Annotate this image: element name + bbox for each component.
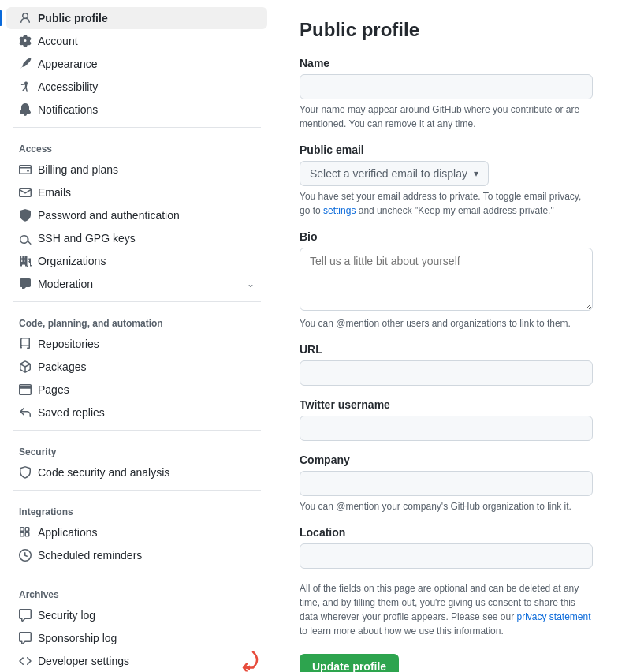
email-section: Public email Select a verified email to … — [300, 144, 593, 218]
package-icon — [19, 360, 32, 373]
update-profile-button[interactable]: Update profile — [300, 654, 399, 672]
sidebar-item-label: Packages — [38, 360, 86, 373]
sidebar-item-label: Notifications — [38, 103, 98, 116]
sidebar-item-label: Sponsorship log — [38, 632, 117, 644]
sidebar-item-label: Pages — [38, 383, 69, 396]
shield-icon — [19, 209, 32, 222]
sidebar-item-public-profile[interactable]: Public profile — [6, 7, 267, 29]
mail-icon — [19, 186, 32, 199]
sidebar-item-label: Repositories — [38, 338, 99, 350]
repo-icon — [19, 338, 32, 350]
sidebar-item-label: Account — [38, 35, 78, 47]
twitter-input[interactable] — [300, 416, 593, 441]
sidebar-item-packages[interactable]: Packages — [6, 356, 267, 378]
sidebar-item-accessibility[interactable]: Accessibility — [6, 76, 267, 98]
organization-icon — [19, 255, 32, 267]
sidebar-item-emails[interactable]: Emails — [6, 181, 267, 203]
location-label: Location — [300, 526, 593, 539]
sidebar-item-label: Organizations — [38, 255, 106, 267]
sidebar-item-saved-replies[interactable]: Saved replies — [6, 401, 267, 424]
privacy-statement-link[interactable]: privacy statement — [517, 611, 591, 622]
divider-5 — [13, 573, 261, 573]
bio-label: Bio — [300, 230, 593, 243]
twitter-label: Twitter username — [300, 398, 593, 411]
sidebar-item-label: Applications — [38, 526, 98, 539]
twitter-section: Twitter username — [300, 398, 593, 441]
accessibility-icon — [19, 80, 32, 93]
security-section-label: Security — [0, 437, 274, 461]
sidebar-item-security-log[interactable]: Security log — [6, 604, 267, 626]
name-section: Name Your name may appear around GitHub … — [300, 57, 593, 131]
divider-1 — [13, 127, 261, 128]
gear-icon — [19, 35, 32, 47]
sidebar-item-code-security[interactable]: Code security and analysis — [6, 461, 267, 483]
chevron-down-icon: ▾ — [474, 168, 478, 179]
sidebar-item-billing[interactable]: Billing and plans — [6, 159, 267, 181]
name-input[interactable] — [300, 74, 593, 99]
company-input[interactable] — [300, 471, 593, 496]
bio-section: Bio You can @mention other users and org… — [300, 230, 593, 330]
email-settings-link[interactable]: settings — [323, 205, 356, 216]
clock-icon — [19, 549, 32, 562]
name-label: Name — [300, 57, 593, 69]
sidebar-item-label: Scheduled reminders — [38, 549, 142, 562]
sidebar-item-label: Billing and plans — [38, 163, 118, 176]
sidebar-item-repositories[interactable]: Repositories — [6, 333, 267, 355]
company-help: You can @mention your company's GitHub o… — [300, 499, 593, 513]
sidebar-item-notifications[interactable]: Notifications — [6, 99, 267, 121]
sidebar-item-label: Emails — [38, 186, 71, 199]
email-select-text: Select a verified email to display — [310, 167, 467, 180]
url-section: URL — [300, 343, 593, 386]
log-icon — [19, 609, 32, 622]
url-input[interactable] — [300, 360, 593, 386]
sidebar-item-moderation[interactable]: Moderation ⌄ — [6, 273, 267, 295]
location-input[interactable] — [300, 543, 593, 569]
sidebar-item-organizations[interactable]: Organizations — [6, 250, 267, 272]
paintbrush-icon — [19, 58, 32, 70]
main-content: Public profile Name Your name may appear… — [274, 0, 618, 672]
sidebar-item-label: Public profile — [38, 12, 108, 24]
archives-section-label: Archives — [0, 580, 274, 603]
code-section-label: Code, planning, and automation — [0, 308, 274, 332]
comment-icon — [19, 278, 32, 290]
divider-4 — [13, 490, 261, 491]
sidebar: Public profile Account Appearance Access… — [0, 0, 274, 672]
code-icon — [19, 655, 32, 667]
bell-icon — [19, 103, 32, 116]
sidebar-item-password[interactable]: Password and authentication — [6, 204, 267, 226]
company-label: Company — [300, 454, 593, 466]
divider-2 — [13, 301, 261, 302]
sidebar-item-sponsorship-log[interactable]: Sponsorship log — [6, 627, 267, 649]
key-icon — [19, 232, 32, 245]
reply-icon — [19, 406, 32, 419]
company-section: Company You can @mention your company's … — [300, 454, 593, 513]
arrow-annotation — [222, 648, 261, 673]
apps-icon — [19, 526, 32, 539]
sidebar-item-label: Appearance — [38, 58, 98, 70]
log2-icon — [19, 632, 32, 644]
sidebar-item-label: SSH and GPG keys — [38, 232, 136, 245]
sidebar-item-label: Developer settings — [38, 655, 129, 667]
email-label: Public email — [300, 144, 593, 156]
sidebar-item-pages[interactable]: Pages — [6, 379, 267, 401]
sidebar-item-account[interactable]: Account — [6, 30, 267, 52]
optional-fields-note: All of the fields on this page are optio… — [300, 581, 593, 638]
divider-3 — [13, 430, 261, 431]
email-select[interactable]: Select a verified email to display ▾ — [300, 161, 489, 186]
sidebar-item-label: Code security and analysis — [38, 466, 169, 479]
integrations-section-label: Integrations — [0, 497, 274, 521]
location-section: Location — [300, 526, 593, 569]
sidebar-item-applications[interactable]: Applications — [6, 521, 267, 543]
sidebar-item-ssh-gpg[interactable]: SSH and GPG keys — [6, 227, 267, 249]
email-help: You have set your email address to priva… — [300, 189, 593, 218]
sidebar-item-appearance[interactable]: Appearance — [6, 53, 267, 75]
sidebar-item-label: Password and authentication — [38, 209, 180, 222]
chevron-down-icon: ⌄ — [247, 278, 255, 289]
shield-check-icon — [19, 466, 32, 479]
browser-icon — [19, 383, 32, 396]
access-section-label: Access — [0, 134, 274, 158]
sidebar-item-label: Moderation — [38, 278, 93, 290]
sidebar-item-label: Saved replies — [38, 406, 105, 419]
sidebar-item-scheduled-reminders[interactable]: Scheduled reminders — [6, 544, 267, 566]
bio-input[interactable] — [300, 248, 593, 311]
